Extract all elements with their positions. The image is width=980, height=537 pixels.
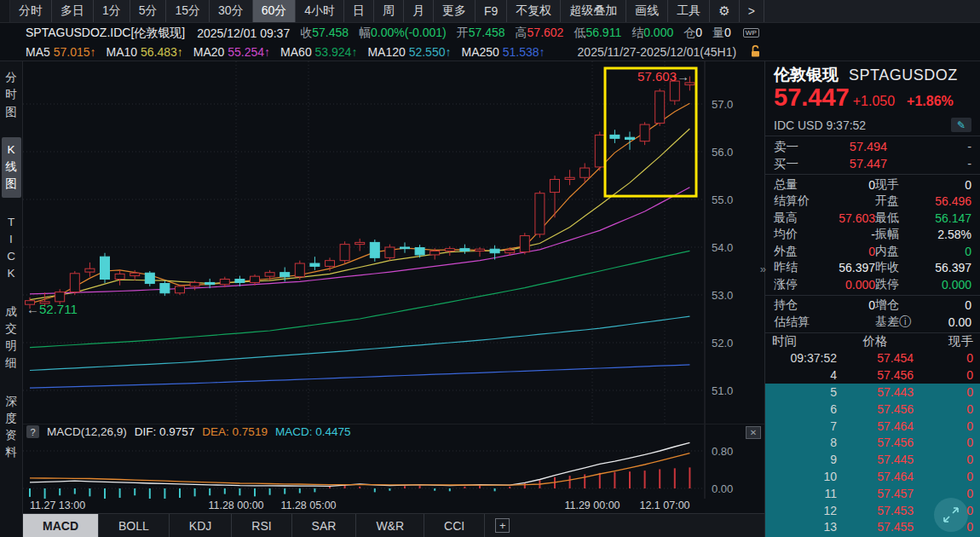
stat-value: 0 xyxy=(919,178,971,192)
period-tab[interactable]: 周 xyxy=(374,0,404,22)
period-tab[interactable]: 1分 xyxy=(94,0,130,22)
sidebar-item[interactable]: T I C K xyxy=(2,210,21,287)
tick-row[interactable]: 09:37:5257.4540 xyxy=(765,350,980,367)
candle[interactable] xyxy=(640,122,649,145)
ma-value: 53.924↑ xyxy=(315,45,358,59)
unlock-icon[interactable] xyxy=(750,45,761,58)
sidebar-item[interactable]: 成 交 明 细 xyxy=(2,299,21,377)
sidebar-item[interactable]: K 线 图 xyxy=(2,137,21,198)
candle[interactable] xyxy=(310,257,320,270)
candle[interactable] xyxy=(340,241,349,263)
expand-icon[interactable] xyxy=(934,498,968,532)
candle[interactable] xyxy=(520,233,529,254)
period-tab[interactable]: 月 xyxy=(404,0,434,22)
candlestick-chart[interactable]: 57.056.055.054.053.052.051.057.603→←52.7… xyxy=(23,61,764,424)
tick-row[interactable]: 957.4450 xyxy=(765,451,980,468)
add-indicator-button[interactable]: + xyxy=(485,514,520,537)
ma-item: MA120 52.550↑ xyxy=(367,45,451,59)
indicator-tab[interactable]: W&R xyxy=(356,514,424,537)
candle[interactable] xyxy=(160,280,170,296)
period-tab[interactable]: 更多 xyxy=(434,0,476,22)
quote-field-value: 0 xyxy=(724,26,731,39)
period-tab[interactable]: 4小时 xyxy=(296,0,344,22)
candle[interactable] xyxy=(551,176,560,217)
sidebar-item[interactable]: 深 度 资 料 xyxy=(2,389,21,466)
quote-field: 收57.458 xyxy=(300,26,349,39)
indicator-tab[interactable]: MACD xyxy=(23,514,99,537)
tick-row[interactable]: 757.4640 xyxy=(765,418,980,435)
tick-price: 57.455 xyxy=(837,520,914,534)
period-tab[interactable]: 5分 xyxy=(130,0,167,22)
candle[interactable] xyxy=(176,285,185,295)
candle[interactable] xyxy=(295,261,304,280)
candle[interactable] xyxy=(460,245,470,254)
time-axis-label: 12.1 07:00 xyxy=(639,499,689,511)
svg-text:0.00: 0.00 xyxy=(712,482,733,495)
indicator-tab[interactable]: CCI xyxy=(424,514,485,537)
indicator-tab[interactable]: RSI xyxy=(232,514,291,537)
candle[interactable] xyxy=(401,242,410,252)
tick-vol: 0 xyxy=(914,487,973,500)
tick-time: 11 xyxy=(772,487,837,500)
period-tab[interactable]: 60分 xyxy=(253,0,297,22)
indicator-tab[interactable]: SAR xyxy=(292,514,357,537)
toolbar-button[interactable]: F9 xyxy=(476,0,507,22)
trading-app: 分时多日1分5分15分30分60分4小时日周月更多 F9不复权超级叠加画线工具⚙… xyxy=(0,0,980,537)
quote-fields: 收57.458幅0.00%(-0.001)开57.458高57.602低56.9… xyxy=(300,26,741,41)
candle[interactable] xyxy=(655,89,665,126)
toolbar-button[interactable]: 画线 xyxy=(626,0,668,22)
close-icon[interactable]: ✕ xyxy=(746,426,761,439)
bid-ask-size: - xyxy=(924,157,971,170)
tick-row[interactable]: 857.4560 xyxy=(765,434,980,451)
tick-row[interactable]: 457.4560 xyxy=(765,367,980,384)
toolbar-button[interactable]: 工具 xyxy=(668,0,710,22)
tick-row[interactable]: 557.4430 xyxy=(765,384,980,401)
candle[interactable] xyxy=(145,271,154,286)
stat-row: 最高57.603最低56.147 xyxy=(765,210,980,227)
edit-icon[interactable]: ✎ xyxy=(951,118,971,132)
candle[interactable] xyxy=(70,271,79,295)
tick-time: 7 xyxy=(772,419,837,433)
candle[interactable] xyxy=(610,130,620,143)
candle[interactable] xyxy=(565,170,574,185)
panel-collapse-handle[interactable]: » xyxy=(760,263,766,275)
candle[interactable] xyxy=(625,131,635,149)
quote-field: 量0 xyxy=(712,26,731,39)
candle[interactable] xyxy=(476,247,485,257)
bid-ask-label: 卖一 xyxy=(774,139,813,155)
candle[interactable] xyxy=(355,239,365,251)
sidebar-item[interactable]: 分 时 图 xyxy=(2,65,21,125)
period-tab[interactable]: 15分 xyxy=(166,0,210,22)
more-chevron-icon[interactable]: > xyxy=(740,0,764,22)
period-tabs: 分时多日1分5分15分30分60分4小时日周月更多 xyxy=(10,0,476,22)
period-tab[interactable]: 日 xyxy=(344,0,374,22)
candle[interactable] xyxy=(85,263,95,277)
tick-row[interactable]: 657.4560 xyxy=(765,401,980,418)
ma-label: MA60 xyxy=(280,45,314,59)
stat-label: 外盘 xyxy=(774,244,823,259)
candle[interactable] xyxy=(595,131,604,170)
candle[interactable] xyxy=(101,253,110,283)
bid-ask-price: 57.494 xyxy=(813,140,924,153)
gear-icon[interactable]: ⚙ xyxy=(710,0,739,22)
period-tab[interactable]: 分时 xyxy=(10,0,52,22)
candle[interactable] xyxy=(370,240,379,262)
indicator-tab[interactable]: KDJ xyxy=(170,514,232,537)
svg-text:57.0: 57.0 xyxy=(712,98,733,111)
candle[interactable] xyxy=(535,191,545,238)
ma-values: MA5 57.015↑MA10 56.483↑MA20 55.254↑MA60 … xyxy=(26,45,556,59)
stat-row: 均价-振幅2.58% xyxy=(765,227,980,244)
candle[interactable] xyxy=(385,245,395,261)
period-tab[interactable]: 30分 xyxy=(210,0,253,22)
toolbar-button[interactable]: 不复权 xyxy=(507,0,561,22)
candle[interactable] xyxy=(115,270,124,286)
highlight-box xyxy=(605,68,696,196)
quote-field-label: 开 xyxy=(457,26,469,39)
wp-icon[interactable]: WP xyxy=(743,28,759,38)
help-icon[interactable]: ? xyxy=(26,425,39,438)
period-tab[interactable]: 多日 xyxy=(52,0,94,22)
candle[interactable] xyxy=(445,246,454,256)
indicator-tab[interactable]: BOLL xyxy=(99,514,170,537)
tick-row[interactable]: 1057.4640 xyxy=(765,468,980,485)
toolbar-button[interactable]: 超级叠加 xyxy=(561,0,626,22)
